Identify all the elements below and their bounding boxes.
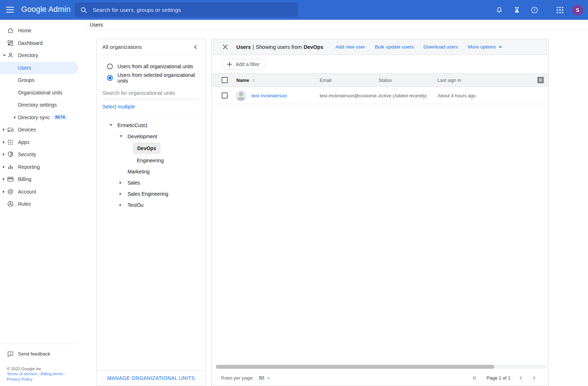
tree-item-marketing[interactable]: Marketing [97,166,205,177]
privacy-policy-link[interactable]: Privacy Policy [7,377,33,381]
search-input[interactable] [92,6,293,14]
main-navigation-sidebar: Home Dashboard Directory Users Groups [0,20,78,386]
download-users-button[interactable]: Download users [423,44,458,50]
topbar-actions: ? S [495,0,583,20]
horizontal-scrollbar [215,365,547,369]
chevron-right-icon [3,190,5,193]
send-feedback-button[interactable]: Send feedback [0,344,78,364]
org-unit-search-input[interactable] [102,88,200,99]
column-header-last-sign-in[interactable]: Last sign in [437,78,461,83]
scrollbar-thumb[interactable] [216,365,494,369]
global-search-bar[interactable] [75,3,298,17]
org-unit-search [102,88,200,99]
terms-of-service-link[interactable]: Terms of service [7,372,37,376]
breadcrumb-bar: Users [83,20,588,30]
help-icon[interactable]: ? [530,5,539,15]
bulk-update-users-button[interactable]: Bulk update users [375,44,414,50]
rows-per-page: Rows per page: 50 [221,375,270,381]
radio-selected-org-units[interactable]: Users from selected organizational units [102,72,200,84]
breadcrumb: Users [90,22,103,28]
users-panel-header: Users | Showing users from DevOps Add ne… [212,39,548,55]
chevron-down-icon[interactable] [110,124,112,126]
tree-item-sales[interactable]: Sales [97,177,205,188]
user-avatar [236,90,246,101]
sidebar-item-directory-settings[interactable]: Directory settings [0,99,78,111]
tree-item-sales-engineering[interactable]: Sales Engineering [97,188,205,199]
radio-unselected-icon[interactable] [107,64,113,69]
column-header-name[interactable]: Name ↑ [236,78,255,83]
tree-item-ermeticcust1[interactable]: ErmeticCust1 [97,120,205,131]
sidebar-item-apps[interactable]: Apps [0,136,78,149]
sidebar-item-directory[interactable]: Directory [0,49,78,62]
first-page-button[interactable] [473,376,477,380]
sidebar-item-reporting[interactable]: Reporting [0,161,78,173]
feedback-icon [7,350,14,358]
sidebar-item-directory-sync[interactable]: Directory sync BETA [0,111,78,124]
reporting-chart-icon [7,163,14,171]
user-name-link[interactable]: test mctesterson [251,93,287,98]
billing-terms-link[interactable]: Billing terms [41,372,63,376]
sidebar-item-users[interactable]: Users [0,62,78,74]
row-checkbox[interactable] [222,92,228,98]
tasks-hourglass-icon[interactable] [512,5,522,15]
dropdown-caret-icon [499,46,502,48]
radio-selected-icon[interactable] [107,75,113,81]
dropdown-caret-icon [267,378,270,379]
column-header-status[interactable]: Status [379,78,392,83]
sidebar-item-groups[interactable]: Groups [0,74,78,87]
radio-all-org-units[interactable]: Users from all organizational units [102,61,200,72]
user-last-sign-in: About 4 hours ago [437,93,476,98]
table-row: test mctesterson test-mctesterson@custom… [212,87,548,104]
sidebar-item-dashboard[interactable]: Dashboard [0,37,78,50]
page-info: Page 1 of 1 [487,375,511,381]
chevron-right-icon[interactable] [120,192,121,195]
sidebar-item-organizational-units[interactable]: Organizational units [0,87,78,99]
select-all-checkbox[interactable] [222,77,228,83]
table-header: Name ↑ Email Status Last sign in ⚙ [212,74,548,87]
chevron-right-icon[interactable] [120,204,121,206]
devices-icon [7,126,14,133]
tree-item-engineering[interactable]: Engineering [97,155,205,166]
security-shield-icon [7,151,14,158]
tree-item-testou[interactable]: TestOu [97,199,205,210]
previous-page-button[interactable] [520,377,523,379]
sidebar-footer: Send feedback © 2022 Google Inc. Terms o… [0,344,78,386]
manage-columns-gear-icon[interactable]: ⚙ [537,77,544,83]
apps-icon [7,139,14,146]
tree-item-devops[interactable]: DevOps [97,142,205,155]
svg-text:?: ? [533,8,535,12]
close-icon[interactable] [222,44,228,50]
google-admin-console: Google Admin ? S Users [0,0,588,386]
next-page-button[interactable] [532,377,535,379]
pagination-bar: Rows per page: 50 Page 1 of 1 [212,370,548,386]
manage-organizational-units-button[interactable]: MANAGE ORGANIZATIONAL UNITS [97,370,205,386]
more-options-button[interactable]: More options [468,44,502,50]
account-avatar[interactable]: S [572,5,583,15]
chevron-down-icon [3,55,6,56]
collapse-panel-icon[interactable] [194,45,198,49]
top-app-bar: Google Admin ? S [0,0,588,20]
sidebar-item-security[interactable]: Security [0,148,78,161]
notifications-bell-icon[interactable] [495,5,504,15]
add-new-user-button[interactable]: Add new user [335,44,365,50]
add-filter-button[interactable]: Add a filter [221,59,265,70]
select-multiple-link[interactable]: Select multiple [102,104,200,110]
hamburger-menu-icon[interactable] [6,7,14,13]
column-header-email[interactable]: Email [320,78,332,83]
tree-item-development[interactable]: Development [97,131,205,142]
sidebar-item-account[interactable]: @ Account [0,186,78,198]
chevron-right-icon[interactable] [120,181,121,184]
org-panel-title: All organizations [102,44,142,50]
billing-card-icon [7,176,14,183]
sidebar-item-billing[interactable]: Billing [0,173,78,186]
sidebar-item-home[interactable]: Home [0,24,78,37]
sidebar-item-devices[interactable]: Devices [0,124,78,136]
org-unit-tree: ErmeticCust1 Development DevOps Engineer… [97,115,205,215]
sidebar-item-rules[interactable]: Rules [0,198,78,210]
rows-per-page-select[interactable]: 50 [259,375,270,381]
chevron-down-icon[interactable] [120,135,122,137]
google-apps-grid-icon[interactable] [557,7,563,13]
user-status: Active (Added recently) [379,93,427,98]
directory-person-icon [7,52,14,59]
account-at-icon: @ [7,188,14,195]
